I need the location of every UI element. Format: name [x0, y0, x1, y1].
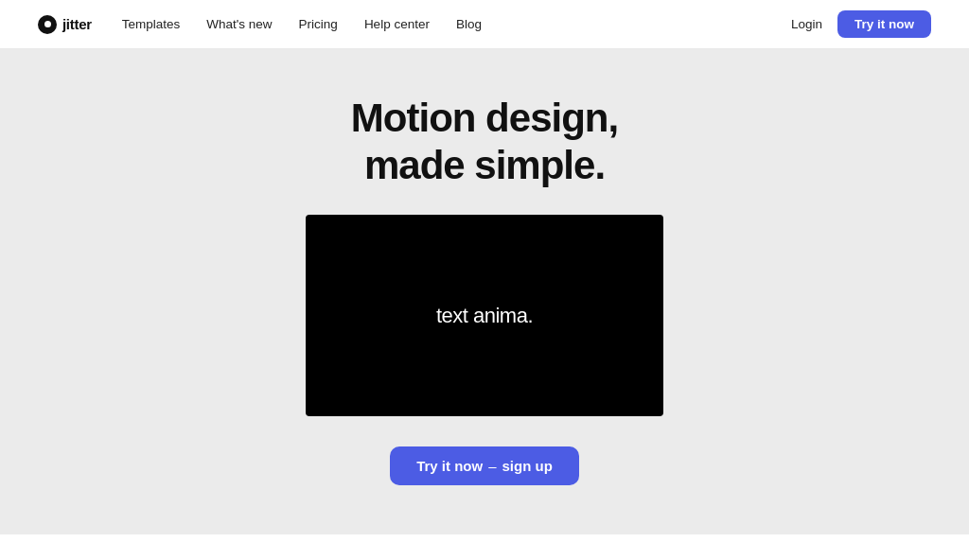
navbar: jitter Templates What's new Pricing Help… [0, 0, 969, 49]
nav-whats-new[interactable]: What's new [206, 17, 272, 31]
logo-dot [44, 21, 51, 27]
hero-cta-dash: – [488, 458, 496, 474]
hero-section: Motion design, made simple. text anima. … [0, 49, 969, 534]
logo-link[interactable]: jitter [38, 15, 92, 34]
login-button[interactable]: Login [791, 17, 822, 31]
nav-actions: Login Try it now [791, 10, 931, 38]
hero-video-text: text anima. [436, 304, 533, 328]
logo-icon [38, 15, 57, 34]
nav-try-it-now-button[interactable]: Try it now [837, 10, 931, 38]
logo-text: jitter [62, 16, 92, 32]
hero-cta-suffix: sign up [502, 458, 553, 474]
nav-help-center[interactable]: Help center [364, 17, 430, 31]
hero-video: text anima. [306, 215, 663, 416]
logos-section: D⚬LL Disney facebook Google IKEA ✦✦✦ Lat… [0, 534, 969, 560]
nav-links: Templates What's new Pricing Help center… [122, 17, 791, 31]
hero-cta-button[interactable]: Try it now – sign up [390, 446, 579, 485]
hero-cta-label: Try it now [416, 458, 483, 474]
hero-title-line2: made simple. [364, 143, 605, 187]
hero-title-line1: Motion design, [351, 96, 618, 140]
nav-templates[interactable]: Templates [122, 17, 181, 31]
nav-pricing[interactable]: Pricing [299, 17, 338, 31]
nav-blog[interactable]: Blog [456, 17, 482, 31]
hero-title: Motion design, made simple. [351, 95, 618, 188]
